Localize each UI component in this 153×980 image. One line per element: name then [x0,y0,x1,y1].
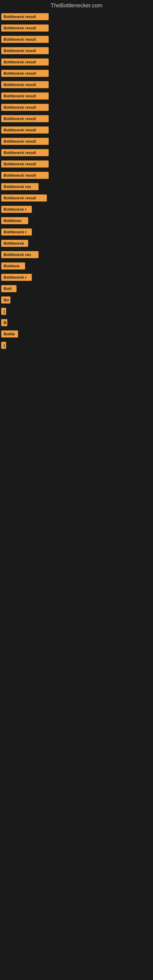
bottleneck-badge[interactable]: Bottleneck result [1,161,49,167]
bottleneck-row: Bott [0,283,153,294]
bottleneck-badge[interactable]: Bottleneck result [1,194,47,202]
bottleneck-row: Bo [0,294,153,305]
bottleneck-row: Bottleneck result [0,91,153,101]
bottleneck-row: Bottleneck r [0,204,153,215]
bottleneck-row: Bottleneck result [0,57,153,67]
bottleneck-badge[interactable]: Bottleneck result [1,138,49,145]
bottleneck-badge[interactable]: Bottleneck result [1,47,49,54]
bottleneck-badge[interactable]: Bottle [1,331,18,337]
bottleneck-row: Bottleneck result [0,136,153,147]
bottleneck-row: B [0,317,153,328]
bottleneck-row: Bottlene [0,261,153,271]
bottleneck-badge[interactable]: | [1,342,6,349]
bottleneck-badge[interactable]: Bottleneck res [1,183,38,190]
bottleneck-row: Bottle [0,329,153,339]
bottleneck-badge[interactable]: Bo [1,296,10,304]
bottleneck-badge[interactable]: Bottleneck result [1,149,49,156]
bottleneck-row: Bottleneck result [0,170,153,181]
bottleneck-row: | [0,306,153,317]
bottleneck-badge[interactable]: Bottleneck result [1,81,49,88]
bottleneck-row: Bottleneck result [0,125,153,135]
bottleneck-row: Bottleneck result [0,23,153,33]
bottleneck-badge[interactable]: Bottleneck result [1,24,49,32]
bottleneck-row: Bottleneck result [0,45,153,56]
bottleneck-badge[interactable]: Bott [1,285,16,292]
bottleneck-badge[interactable]: Bottleneck r [1,206,32,213]
bottleneck-badge[interactable]: | [1,308,6,315]
bottleneck-badge[interactable]: Bottleneck r [1,274,32,281]
bottleneck-badge[interactable]: Bottleneck r [1,229,32,235]
bottleneck-badge[interactable]: Bottlene [1,262,25,269]
bottleneck-badge[interactable]: Bottleneck result [1,36,49,43]
bottleneck-badge[interactable]: Bottleneck result [1,172,49,179]
bottleneck-row: Bottleneck result [0,68,153,79]
bottleneck-row: Bottleneck result [0,159,153,169]
bottleneck-badge[interactable]: Bottleneck result [1,59,49,65]
bottleneck-row: Bottleneck result [0,79,153,90]
bottleneck-badge[interactable]: Bottleneck result [1,115,49,122]
bottleneck-row: Bottleneck result [0,102,153,113]
bottleneck-badge[interactable]: Bottleneck [1,240,28,247]
bottleneck-row: | [0,340,153,351]
bottleneck-badge[interactable]: Bottleneck result [1,126,49,134]
bottleneck-badge[interactable]: Bottleneck result [1,104,49,111]
rows-container: Bottleneck resultBottleneck resultBottle… [0,11,153,351]
bottleneck-row: Bottleneck res [0,249,153,260]
bottleneck-badge[interactable]: Bottleneck res [1,251,38,258]
bottleneck-row: Bottleneck r [0,272,153,283]
bottleneck-row: Bottleneck [0,238,153,249]
bottleneck-row: Bottleneck result [0,113,153,124]
site-title: TheBottlenecker.com [0,0,153,11]
bottleneck-row: Bottleneck result [0,34,153,45]
bottleneck-badge[interactable]: Bottleneck result [1,70,49,77]
bottleneck-badge[interactable]: Bottleneck result [1,92,49,100]
bottleneck-row: Bottleneck res [0,181,153,192]
bottleneck-row: Bottleneck result [0,11,153,22]
bottleneck-badge[interactable]: Bottlenec [1,217,28,224]
bottleneck-row: Bottlenec [0,215,153,226]
bottleneck-badge[interactable]: Bottleneck result [1,13,49,20]
bottleneck-row: Bottleneck result [0,192,153,204]
bottleneck-row: Bottleneck r [0,227,153,237]
bottleneck-badge[interactable]: B [1,319,7,326]
bottleneck-row: Bottleneck result [0,147,153,158]
